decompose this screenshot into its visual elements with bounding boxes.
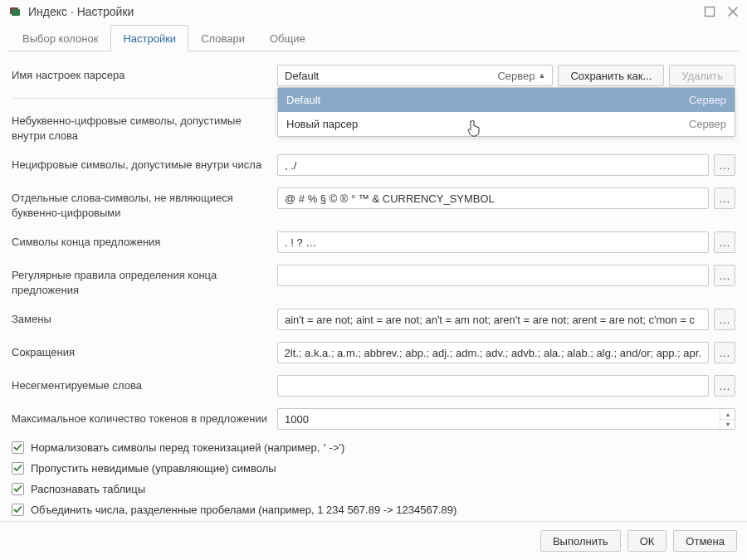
save-as-button[interactable]: Сохранить как...	[558, 65, 664, 86]
settings-panel: Имя настроек парсера Default Сервер ▲ De…	[0, 55, 747, 521]
edit-button[interactable]: …	[714, 375, 735, 397]
ok-button[interactable]: ОК	[627, 530, 667, 552]
input-standalone-symbols[interactable]: @ # % § © ® ° ™ & CURRENCY_SYMBOL	[277, 187, 709, 209]
cancel-button[interactable]: Отмена	[673, 530, 737, 552]
check-label: Нормализовать символы перед токенизацией…	[31, 441, 344, 454]
parser-name-combo[interactable]: Default Сервер ▲ Default Сервер	[277, 65, 553, 86]
input-abbreviations[interactable]: 2lt.; a.k.a.; a.m.; abbrev.; abp.; adj.;…	[277, 342, 709, 363]
label-sentence-end: Символы конца предложения	[12, 231, 269, 250]
checkbox-join-numbers[interactable]	[12, 504, 24, 516]
edit-button[interactable]: …	[714, 154, 735, 176]
label-abbreviations: Сокращения	[12, 342, 269, 360]
close-icon[interactable]	[727, 6, 739, 17]
combo-right-label: Сервер	[497, 70, 535, 82]
edit-button[interactable]: …	[714, 231, 735, 253]
input-replacements[interactable]: ain't = are not; aint = are not; an't = …	[277, 309, 709, 330]
label-non-alnum-in-word: Небуквенно-цифровые символы, допустимые …	[12, 110, 269, 143]
tab-general[interactable]: Общие	[257, 25, 318, 51]
label-max-tokens: Максимальное количество токенов в предло…	[12, 408, 269, 426]
tab-dictionaries[interactable]: Словари	[188, 25, 257, 51]
checkbox-tables[interactable]	[12, 483, 24, 495]
label-standalone-symbols: Отдельные слова-символы, не являющиеся б…	[12, 187, 269, 220]
checkbox-skip-invisible[interactable]	[12, 462, 24, 475]
spin-up-icon[interactable]: ▴	[720, 409, 735, 419]
maximize-icon[interactable]	[704, 6, 715, 17]
check-label: Пропустить невидимые (управляющие) симво…	[31, 462, 276, 475]
window-title: Индекс · Настройки	[28, 5, 134, 18]
input-non-digit-in-number[interactable]: , ./	[277, 154, 709, 176]
label-nonseg-words: Несегментируемые слова	[12, 375, 269, 393]
svg-rect-1	[12, 9, 20, 16]
chevron-up-icon: ▲	[538, 71, 545, 80]
label-replacements: Замены	[12, 309, 269, 327]
svg-rect-2	[706, 7, 715, 17]
tabs: Выбор колонок Настройки Словари Общие	[0, 24, 747, 51]
edit-button[interactable]: …	[714, 342, 735, 363]
check-label: Объединить числа, разделенные пробелами …	[31, 504, 456, 516]
titlebar: Индекс · Настройки	[0, 0, 747, 24]
tab-settings[interactable]: Настройки	[110, 25, 188, 51]
input-max-tokens[interactable]: 1000 ▴ ▾	[277, 408, 735, 430]
edit-button[interactable]: …	[714, 265, 735, 286]
input-sentence-end[interactable]: . ! ? …	[277, 231, 709, 253]
edit-button[interactable]: …	[714, 309, 735, 330]
label-parser-name: Имя настроек парсера	[12, 65, 269, 83]
checkbox-normalize[interactable]	[12, 441, 24, 454]
tab-columns[interactable]: Выбор колонок	[10, 25, 110, 51]
edit-button[interactable]: …	[714, 187, 735, 209]
label-non-digit-in-number: Нецифровые символы, допустимые внутри чи…	[12, 154, 269, 173]
app-icon	[8, 5, 22, 18]
label-regex-sentence: Регулярные правила определения конца пре…	[12, 265, 269, 297]
combo-value: Default	[285, 70, 319, 82]
footer: Выполнить ОК Отмена	[0, 521, 747, 560]
delete-button[interactable]: Удалить	[669, 65, 735, 86]
check-label: Распознавать таблицы	[31, 483, 145, 495]
run-button[interactable]: Выполнить	[540, 530, 621, 552]
input-regex-sentence[interactable]	[277, 265, 709, 286]
spin-down-icon[interactable]: ▾	[720, 419, 735, 430]
input-nonseg-words[interactable]	[277, 375, 709, 397]
